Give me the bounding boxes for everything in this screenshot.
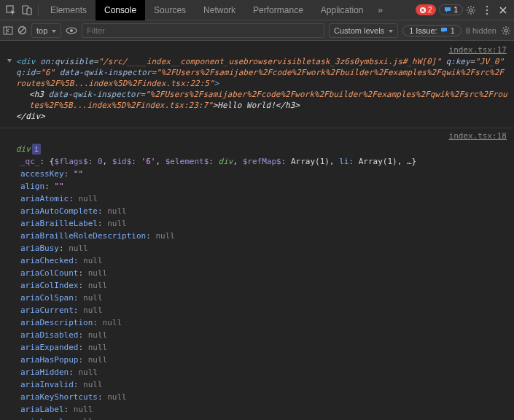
info-chip-icon[interactable]: i — [32, 144, 41, 155]
filter-input[interactable] — [82, 23, 324, 38]
property-key: ariaColSpan — [20, 293, 74, 303]
property-row[interactable]: ariaHasPopup: null — [0, 353, 514, 365]
tab-performance[interactable]: Performance — [244, 0, 312, 20]
divider — [0, 128, 514, 128]
log-levels-selector[interactable]: Custom levels — [329, 23, 398, 38]
property-row[interactable]: ariaColIndex: null — [0, 279, 514, 291]
property-row[interactable]: ariaHidden: null — [0, 365, 514, 378]
error-count-badge[interactable]: 2 — [416, 4, 437, 15]
message-count: 1 — [453, 6, 458, 14]
property-value: null — [88, 281, 108, 290]
html-div-open: <div on:qvisible="/src/____index__compon… — [16, 57, 504, 88]
tab-sources[interactable]: Sources — [145, 0, 195, 20]
tab-elements[interactable]: Elements — [42, 0, 96, 20]
property-row[interactable]: ariaChecked: null — [0, 254, 514, 266]
property-value: null — [83, 306, 103, 315]
property-row[interactable]: align: "" — [0, 179, 514, 192]
property-key: ariaLabel — [20, 405, 64, 414]
property-value: null — [88, 330, 108, 340]
message-count-badge[interactable]: 1 — [439, 4, 463, 15]
property-row[interactable]: ariaBrailleLabel: null — [0, 217, 514, 229]
issues-count: 1 — [451, 26, 455, 35]
close-devtools-icon[interactable] — [495, 2, 511, 18]
property-row[interactable]: accessKey: "" — [0, 167, 514, 179]
tab-network[interactable]: Network — [195, 0, 244, 20]
logged-element[interactable]: <div on:qvisible="/src/____index__compon… — [0, 56, 514, 126]
svg-point-5 — [486, 5, 488, 7]
device-toolbar-icon[interactable] — [19, 2, 35, 18]
property-row[interactable]: ariaLabel: null — [0, 402, 514, 415]
svg-rect-8 — [4, 27, 12, 34]
live-expression-icon[interactable] — [66, 27, 77, 34]
expand-toggle[interactable]: <div on:qvisible="/src/____index__compon… — [16, 56, 508, 89]
property-key: accessKey — [20, 169, 64, 179]
property-row[interactable]: ariaCurrent: null — [0, 303, 514, 316]
context-selector[interactable]: top — [31, 23, 61, 38]
property-row[interactable]: ariaBusy: null — [0, 241, 514, 254]
property-key: ariaAtomic — [20, 194, 69, 203]
property-value: null — [107, 392, 127, 402]
property-list: accessKey: ""align: ""ariaAtomic: nullar… — [0, 167, 514, 420]
property-key: ariaKeyShortcuts — [20, 392, 98, 402]
property-key: ariaBusy — [20, 244, 59, 253]
console-settings-icon[interactable] — [501, 26, 511, 36]
property-key: ariaChecked — [20, 256, 74, 265]
property-key: ariaHasPopup — [20, 355, 78, 365]
property-value: null — [88, 268, 108, 278]
console-body: index.tsx:17 <div on:qvisible="/src/____… — [0, 41, 514, 420]
property-value: null — [83, 380, 103, 389]
console-toolbar: top Custom levels 1 Issue: 1 8 hidden — [0, 20, 514, 41]
svg-line-11 — [20, 28, 25, 33]
property-row[interactable]: ariaAutoComplete: null — [0, 204, 514, 217]
property-row[interactable]: ariaBrailleRoleDescription: null — [0, 229, 514, 241]
property-key: ariaBrailleRoleDescription — [20, 231, 146, 241]
source-link[interactable]: index.tsx:18 — [0, 130, 514, 142]
log-levels-value: Custom levels — [334, 26, 384, 35]
property-key: ariaBrailleLabel — [20, 219, 98, 228]
sidebar-toggle-icon[interactable] — [3, 26, 13, 35]
svg-point-4 — [470, 9, 472, 12]
hidden-count[interactable]: 8 hidden — [466, 26, 497, 35]
tab-application[interactable]: Application — [312, 0, 373, 20]
qc-row[interactable]: _qc_: {$flags$: 0, $id$: '6', $element$:… — [0, 155, 514, 167]
more-tabs-icon[interactable]: » — [373, 2, 389, 18]
property-key: ariaColCount — [20, 268, 78, 278]
property-row[interactable]: ariaInvalid: null — [0, 378, 514, 390]
source-link[interactable]: index.tsx:17 — [0, 44, 514, 56]
property-key: align — [20, 182, 44, 191]
property-key: ariaHidden — [20, 368, 69, 377]
property-value: null — [88, 343, 108, 352]
property-row[interactable]: ariaDescription: null — [0, 316, 514, 328]
settings-icon[interactable] — [463, 2, 479, 18]
clear-console-icon[interactable] — [17, 26, 27, 35]
issue-icon — [440, 27, 448, 34]
property-key: ariaAutoComplete — [20, 206, 98, 216]
property-value: "" — [74, 169, 83, 179]
property-key: ariaDisabled — [20, 330, 78, 340]
property-row[interactable]: ariaExpanded: null — [0, 341, 514, 353]
property-value: null — [83, 293, 103, 303]
property-value: null — [103, 318, 122, 327]
property-value: "" — [54, 182, 63, 191]
property-value: null — [88, 355, 108, 365]
property-value: null — [69, 244, 88, 253]
html-div-close: </div> — [16, 111, 508, 122]
svg-point-7 — [486, 12, 488, 15]
context-value: top — [36, 26, 47, 35]
object-header[interactable]: divi — [0, 142, 514, 155]
property-row[interactable]: ariaColCount: null — [0, 266, 514, 279]
property-row[interactable]: ariaColSpan: null — [0, 291, 514, 303]
property-row[interactable]: ariaKeyShortcuts: null — [0, 390, 514, 402]
issues-label: 1 Issue: — [409, 26, 437, 35]
kebab-menu-icon[interactable] — [479, 2, 495, 18]
issues-pill[interactable]: 1 Issue: 1 — [402, 25, 462, 36]
tab-console[interactable]: Console — [96, 0, 145, 20]
property-row[interactable]: ariaDisabled: null — [0, 328, 514, 341]
property-value: null — [107, 219, 127, 228]
property-row[interactable]: ariaAtomic: null — [0, 192, 514, 204]
inspect-element-icon[interactable] — [3, 2, 19, 18]
property-value: null — [74, 417, 93, 420]
svg-point-13 — [70, 29, 73, 32]
property-row[interactable]: ariaLevel: null — [0, 415, 514, 420]
property-value: null — [107, 206, 127, 216]
